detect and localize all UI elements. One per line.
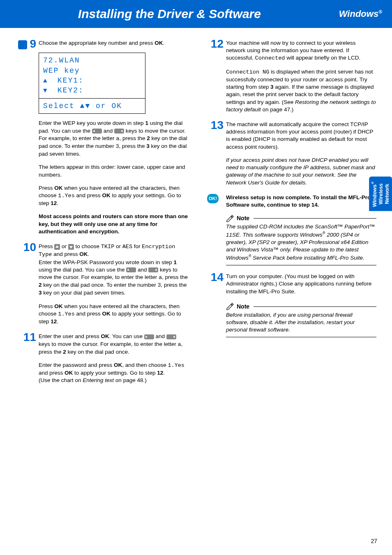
lcd-top: 72.WLAN WEP key ▲ KEY1: ▼ KEY2: bbox=[39, 53, 145, 98]
down-key-icon bbox=[68, 244, 74, 250]
ok-callout: OK! Wireless setup is now complete. To i… bbox=[226, 194, 376, 209]
left-arrow-key-icon bbox=[144, 334, 154, 339]
note-title: Note bbox=[237, 303, 249, 311]
note2-body: Before installation, if you are using pe… bbox=[226, 311, 376, 334]
step-number-13: 13 bbox=[203, 117, 224, 133]
lcd-display: 72.WLAN WEP key ▲ KEY1: ▼ KEY2: Select ▲… bbox=[39, 53, 145, 114]
step-number-12: 12 bbox=[203, 36, 224, 52]
step-number-10: 10 bbox=[16, 240, 36, 255]
content-area: 9 Choose the appropriate key number and … bbox=[0, 28, 392, 392]
step-13: 13 The machine will automatically acquir… bbox=[226, 121, 376, 187]
note-end-rule bbox=[226, 337, 376, 337]
lcd-line-1: 72.WLAN bbox=[43, 55, 141, 65]
step9-p4: Press OK when you have entered all the c… bbox=[39, 184, 189, 207]
step12-p2: Connection NG is displayed when the prin… bbox=[226, 68, 376, 113]
right-column: 12 Your machine will now try to connect … bbox=[203, 39, 376, 392]
step14-p1: Turn on your computer. (You must be logg… bbox=[226, 273, 376, 295]
lcd-line-3: ▲ KEY1: bbox=[43, 76, 141, 86]
side-tab: Windows® Wireless Network bbox=[369, 177, 392, 211]
lcd-line-2: WEP key bbox=[43, 66, 141, 76]
step-11: 11 Enter the user and press OK. You can … bbox=[39, 333, 189, 384]
left-arrow-key-icon bbox=[92, 129, 102, 134]
right-arrow-key-icon bbox=[166, 334, 176, 339]
page-number: 27 bbox=[371, 537, 377, 545]
ok-callout-text: Wireless setup is now complete. To insta… bbox=[226, 194, 376, 209]
step-10: 10 Press or to choose TKIP or AES for En… bbox=[39, 243, 189, 325]
ok-badge-icon: OK! bbox=[207, 194, 219, 203]
page-title: Installing the Driver & Software bbox=[0, 6, 339, 23]
step9-p3: The letters appear in this order: lower … bbox=[39, 164, 189, 178]
step-12: 12 Your machine will now try to connect … bbox=[226, 39, 376, 113]
step13-p2: If your access point does not have DHCP … bbox=[226, 157, 376, 187]
note-rule-icon bbox=[254, 218, 376, 219]
step-number-14: 14 bbox=[203, 269, 224, 285]
step11-p2: Enter the password and press OK, and the… bbox=[39, 362, 189, 385]
note-block-2: Note Before installation, if you are usi… bbox=[226, 303, 376, 338]
step-number-11: 11 bbox=[16, 329, 36, 345]
lcd-select-line: Select ▲▼ or OK bbox=[39, 98, 145, 113]
step9-intro: Choose the appropriate key number and pr… bbox=[39, 39, 189, 47]
page-header: Installing the Driver & Software Windows… bbox=[0, 0, 392, 28]
step11-p1: Enter the user and press OK. You can use… bbox=[39, 333, 189, 356]
step-number-9: 9 bbox=[16, 36, 36, 52]
pencil-icon bbox=[226, 215, 234, 222]
left-arrow-key-icon bbox=[126, 267, 136, 272]
step-icon bbox=[18, 40, 27, 49]
up-key-icon bbox=[54, 244, 60, 250]
note-block-1: Note The supplied CD-ROM includes the Sc… bbox=[226, 214, 376, 265]
step12-p1: Your machine will now try to connect to … bbox=[226, 39, 376, 62]
pencil-icon bbox=[226, 303, 234, 310]
right-arrow-key-icon bbox=[114, 129, 124, 134]
note-rule-icon bbox=[254, 306, 376, 307]
note1-body: The supplied CD-ROM includes the ScanSof… bbox=[226, 223, 376, 262]
step-9: 9 Choose the appropriate key number and … bbox=[39, 39, 189, 235]
note-head: Note bbox=[226, 303, 376, 311]
step10-p1: Press or to choose TKIP or AES for Encry… bbox=[39, 243, 189, 297]
step9-p2: Enter the WEP key you wrote down in step… bbox=[39, 120, 189, 158]
note-end-rule bbox=[226, 265, 376, 265]
step10-p3: Press OK when you have entered all the c… bbox=[39, 303, 189, 326]
note-title: Note bbox=[237, 214, 249, 222]
right-arrow-key-icon bbox=[148, 267, 158, 272]
note-head: Note bbox=[226, 214, 376, 222]
left-column: 9 Choose the appropriate key number and … bbox=[16, 39, 189, 392]
step13-p1: The machine will automatically acquire t… bbox=[226, 121, 376, 151]
step9-p5: Most access points and routers can store… bbox=[39, 213, 189, 235]
platform-label: Windows® bbox=[339, 8, 382, 20]
step-14: 14 Turn on your computer. (You must be l… bbox=[226, 273, 376, 295]
lcd-line-4: ▼ KEY2: bbox=[43, 85, 141, 96]
